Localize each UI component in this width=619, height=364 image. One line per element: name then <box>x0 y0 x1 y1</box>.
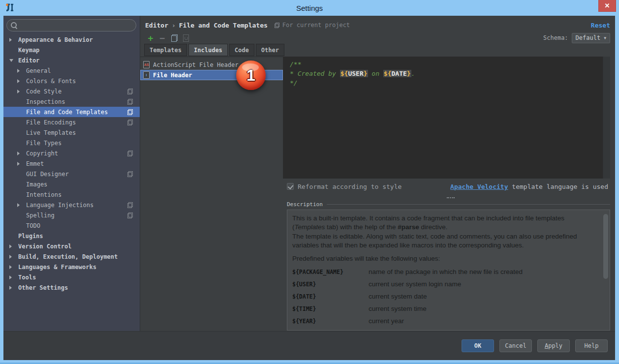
template-variable-date: ${DATE} <box>383 70 411 77</box>
sidebar-item-general[interactable]: General <box>3 65 140 76</box>
sidebar-item-file-types[interactable]: File Types <box>3 138 140 148</box>
chevron-right-icon[interactable] <box>17 90 26 93</box>
settings-search[interactable] <box>6 19 136 31</box>
editor-scrollbar[interactable] <box>603 57 610 179</box>
description-paragraph: This is a built-in template. It contains… <box>292 214 597 231</box>
description-separator: Description <box>287 200 610 208</box>
chevron-right-icon[interactable] <box>17 162 26 166</box>
sidebar-item-tools[interactable]: Tools <box>3 272 140 282</box>
chevron-right-icon[interactable] <box>17 203 26 207</box>
chevron-right-icon[interactable] <box>17 79 26 83</box>
schema-value: Default <box>576 34 601 41</box>
per-project-copy-icon <box>127 151 133 156</box>
chevron-right-icon[interactable] <box>9 265 18 269</box>
actionscript-file-icon: AS <box>143 61 150 68</box>
reset-link[interactable]: Reset <box>591 22 610 29</box>
search-input[interactable] <box>17 22 136 29</box>
ok-button[interactable]: OK <box>462 339 494 352</box>
chevron-right-icon[interactable] <box>9 38 18 42</box>
sidebar-item-spelling[interactable]: Spelling <box>3 210 140 220</box>
sidebar-item-intentions[interactable]: Intentions <box>3 189 140 200</box>
variable-row: ${USER}current user system login name <box>292 280 597 288</box>
code-line: */ <box>290 78 610 88</box>
template-language-note: Apache Velocity template language is use… <box>450 183 608 190</box>
description-scrollbar <box>602 212 608 328</box>
template-detail: /** * Created by ${USER} on ${DATE}. */ … <box>283 57 610 331</box>
sidebar-item-languages-frameworks[interactable]: Languages & Frameworks <box>3 262 140 272</box>
sidebar-item-build-execution-deployment[interactable]: Build, Execution, Deployment <box>3 251 140 262</box>
search-icon <box>11 22 17 29</box>
sidebar-item-other-settings[interactable]: Other Settings <box>3 282 140 293</box>
chevron-right-icon[interactable] <box>9 275 18 279</box>
apply-button[interactable]: Apply <box>537 339 570 352</box>
tab-code[interactable]: Code <box>229 44 254 56</box>
sidebar-item-plugins[interactable]: Plugins <box>3 231 140 241</box>
sidebar-item-language-injections[interactable]: Language Injections <box>3 200 140 210</box>
sidebar-item-gui-designer[interactable]: GUI Designer <box>3 169 140 179</box>
project-scope-icon <box>275 23 279 28</box>
intellij-logo-icon <box>5 2 16 13</box>
description-paragraph: Predefined variables will take the follo… <box>292 254 597 263</box>
sidebar-item-colors-fonts[interactable]: Colors & Fonts <box>3 76 140 86</box>
breadcrumb-separator: › <box>172 22 176 29</box>
variable-row: ${TIME}current system time <box>292 305 597 312</box>
breadcrumb-editor[interactable]: Editor <box>145 22 168 29</box>
cancel-button[interactable]: Cancel <box>499 339 532 352</box>
add-template-button[interactable]: + <box>145 32 156 43</box>
sidebar-item-version-control[interactable]: Version Control <box>3 241 140 251</box>
template-code-editor[interactable]: /** * Created by ${USER} on ${DATE}. */ <box>283 57 610 179</box>
remove-template-button[interactable]: − <box>157 32 168 43</box>
step-1-badge: 1 <box>236 61 266 90</box>
include-file-icon: i <box>143 71 150 79</box>
sidebar-item-inspections[interactable]: Inspections <box>3 96 140 107</box>
template-variable-user: ${USER} <box>340 70 368 77</box>
reformat-label: Reformat according to style <box>298 183 402 190</box>
chevron-right-icon[interactable] <box>9 244 18 248</box>
schema-label: Schema: <box>543 34 568 41</box>
sidebar-item-keymap[interactable]: Keymap <box>3 45 140 55</box>
sidebar-item-emmet[interactable]: Emmet <box>3 158 140 169</box>
sidebar-item-editor[interactable]: Editor <box>3 55 140 65</box>
options-row: Reformat according to style Apache Veloc… <box>287 180 608 193</box>
sidebar-item-live-templates[interactable]: Live Templates <box>3 127 140 138</box>
chevron-right-icon[interactable] <box>9 286 18 290</box>
per-project-copy-icon <box>127 202 133 208</box>
titlebar[interactable]: Settings ✕ <box>0 0 619 16</box>
description-scrollbar-thumb[interactable] <box>603 214 608 279</box>
chevron-down-icon[interactable] <box>9 59 18 62</box>
chevron-right-icon[interactable] <box>17 152 26 155</box>
description-paragraph: The template is editable. Along with sta… <box>292 232 597 249</box>
sidebar-item-file-encodings[interactable]: File Encodings <box>3 117 140 127</box>
sidebar-item-copyright[interactable]: Copyright <box>3 148 140 158</box>
tab-other[interactable]: Other <box>256 44 284 56</box>
copy-template-button[interactable] <box>169 32 180 43</box>
splitter-handle[interactable] <box>447 197 455 198</box>
tab-templates[interactable]: Templates <box>144 44 187 56</box>
sidebar-item-code-style[interactable]: Code Style <box>3 86 140 96</box>
reset-to-default-icon <box>183 34 189 41</box>
sidebar-item-appearance-behavior[interactable]: Appearance & Behavior <box>3 34 140 45</box>
close-button[interactable]: ✕ <box>598 0 616 12</box>
close-icon: ✕ <box>605 2 610 9</box>
help-button[interactable]: Help <box>575 339 608 352</box>
chevron-right-icon[interactable] <box>9 255 18 259</box>
per-project-copy-icon <box>127 120 133 125</box>
reset-template-button[interactable] <box>181 32 191 43</box>
apache-velocity-link[interactable]: Apache Velocity <box>450 183 508 190</box>
page-title: File and Code Templates <box>179 22 268 29</box>
tab-includes[interactable]: Includes <box>188 44 228 56</box>
per-project-copy-icon <box>127 109 133 115</box>
chevron-right-icon[interactable] <box>17 69 26 73</box>
per-project-copy-icon <box>127 99 133 105</box>
dialog-footer: OK Cancel Apply Help <box>3 331 615 360</box>
sidebar-item-todo[interactable]: TODO <box>3 220 140 231</box>
chevron-down-icon: ▼ <box>604 36 606 40</box>
variable-row: ${DATE}current system date <box>292 293 597 300</box>
template-toolbar: + − Schema: Default ▼ <box>145 31 610 44</box>
description-panel: This is a built-in template. It contains… <box>287 210 610 331</box>
schema-dropdown[interactable]: Default ▼ <box>572 33 610 43</box>
reformat-checkbox[interactable] <box>287 183 294 190</box>
sidebar-item-images[interactable]: Images <box>3 179 140 189</box>
sidebar-item-file-and-code-templates[interactable]: File and Code Templates <box>3 107 140 117</box>
description-title: Description <box>287 201 323 208</box>
